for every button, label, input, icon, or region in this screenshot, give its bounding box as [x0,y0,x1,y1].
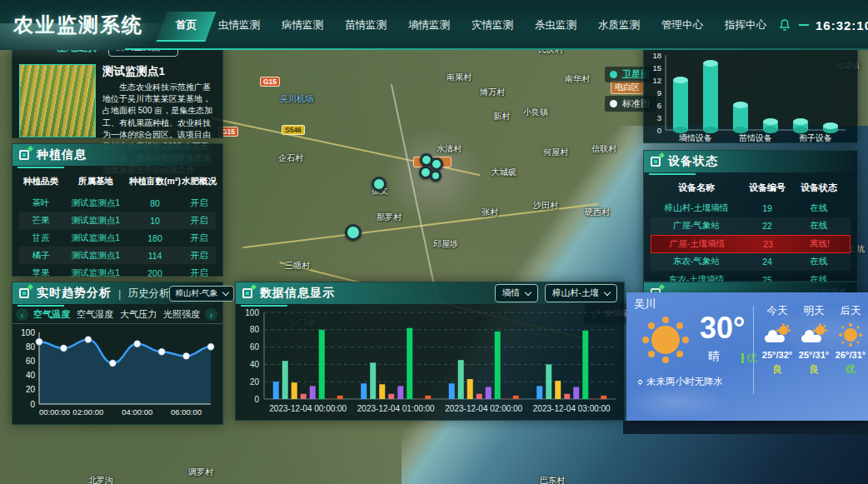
map-place-label: 张村 [481,207,498,218]
column-header: 水肥概况 [181,176,217,187]
nav-item-label: 虫情监测 [218,18,260,32]
cloud-part [765,335,785,342]
nav-menu: 首页虫情监测病情监测苗情监测墒情监测灾情监测杀虫监测水质监测管理中心指挥中心 [165,0,777,50]
nav-item-label: 指挥中心 [725,18,766,32]
nav-item-8[interactable]: 管理中心 [651,0,714,50]
nav-item-6[interactable]: 杀虫监测 [524,0,587,50]
trend-station-value: 樟山村-气象 [175,288,217,299]
table-cell: 测试监测点1 [62,197,129,209]
nav-item-7[interactable]: 水质监测 [587,0,651,50]
weather-card: 吴川 30° 晴 优 未来两小时无降水 今天25°/32°良明天25°/31°良… [626,292,868,421]
svg-text:2023-12-04 02:00:00: 2023-12-04 02:00:00 [445,404,522,413]
map-place-label: 信联村 [591,143,616,155]
nav-item-3[interactable]: 苗情监测 [334,0,397,50]
map-marker[interactable] [430,157,443,171]
table-cell: 在线 [792,202,846,214]
svg-text:04:00:00: 04:00:00 [122,407,152,417]
panel-title: 实时趋势分析 [37,286,112,301]
table-cell: 测试监测点1 [62,250,129,262]
table-cell: 广屋-气象站 [651,220,742,232]
map-marker[interactable] [372,177,387,192]
trend-station-select[interactable]: 樟山村-气象 [169,286,234,302]
forecast-day: 今天 [758,304,796,318]
aqi-label: 优 [746,351,757,366]
table-cell: 橘子 [19,250,62,262]
tab-2[interactable]: 大气压力 [118,308,158,321]
svg-text:60: 60 [26,357,36,366]
weather-aqi: 优 [741,351,757,366]
panel-corner-icon [651,157,661,167]
tab-0[interactable]: 空气温度 [32,308,72,321]
map-airport-label: 吴川机场 [280,93,313,105]
history-analysis-tab[interactable]: 历史分析 [127,287,169,301]
panel-device-status: 设备状态 设备名称设备编号设备状态樟山村-土壤墒情19在线广屋-气象站22在线广… [643,150,858,282]
map-place-label: 新村 [493,111,510,122]
map-place-label: 小良镇 [523,107,548,118]
table-cell: 甘蔗 [19,232,62,244]
data-station-value: 樟山村-土壤 [552,287,599,299]
chevron-down-icon [525,288,531,295]
forecast-col-1: 明天25°/31°良 [795,304,833,376]
nav-item-9[interactable]: 指挥中心 [714,0,777,50]
svg-text:3: 3 [657,113,661,122]
table-header-row: 设备名称设备编号设备状态 [651,176,851,199]
panel-corner-icon [242,288,252,298]
tab-1[interactable]: 空气湿度 [75,308,115,321]
table-cell: 180 [129,233,181,243]
nav-item-4[interactable]: 墒情监测 [397,0,461,50]
table-cell: 19 [742,203,792,213]
svg-text:0: 0 [30,400,35,409]
svg-text:06:00:00: 06:00:00 [171,407,202,417]
weather-condition: 晴 [708,349,720,364]
svg-text:40: 40 [250,360,260,369]
forecast-air-quality: 良 [795,363,833,376]
table-row: 苹果测试监测点1200开启 [19,264,216,282]
table-cell: 东农-气象站 [651,256,742,267]
forecast-day: 明天 [795,304,833,318]
svg-text:18: 18 [652,51,661,60]
panel-corner-icon [19,150,29,160]
data-type-select[interactable]: 墒情 [495,284,538,302]
table-cell: 苹果 [19,267,62,279]
table-cell: 樟山村-土壤墒情 [651,202,742,214]
collapse-icon[interactable] [799,24,809,26]
soil-bar-chart: 0204060801002023-12-04 00:00:002023-12-0… [236,304,621,419]
table-cell: 测试监测点1 [62,215,129,227]
map-marker[interactable] [345,224,362,241]
table-row: 东农-气象站24在线 [651,253,851,272]
chevron-down-icon [222,288,229,295]
nav-item-0[interactable]: 首页 [165,0,207,50]
table-row: 樟山村-土壤墒情19在线 [651,199,851,217]
nav-item-label: 苗情监测 [345,18,387,32]
nav-item-2[interactable]: 病情监测 [271,0,334,50]
panel-planting-info: 种植信息 种植品类所属基地种植亩数(m²)水肥概况茶叶测试监测点180开启芒果测… [12,143,223,277]
svg-text:孢子设备: 孢子设备 [799,133,832,142]
bell-icon[interactable] [777,17,792,32]
map-marker[interactable] [430,170,441,182]
weather-temperature: 30° [700,311,745,346]
data-station-select[interactable]: 樟山村-土壤 [545,284,617,302]
table-cell: 开启 [181,250,217,262]
table-row: 甘蔗测试监测点1180开启 [19,229,216,247]
tabs-next-arrow[interactable]: › [205,308,217,321]
map-place-label: 北罗沟 [88,475,113,484]
panel-title: 种植信息 [37,147,87,162]
svg-text:12: 12 [652,76,661,85]
site-photo [19,64,96,137]
nav-item-1[interactable]: 虫情监测 [207,0,271,50]
table-row: 芒果测试监测点110开启 [19,212,216,229]
column-header: 设备名称 [651,182,742,194]
svg-text:9: 9 [657,88,661,97]
svg-text:100: 100 [21,328,35,337]
nav-item-5[interactable]: 灾情监测 [461,0,524,50]
column-header: 设备编号 [742,182,792,194]
tab-3[interactable]: 光照强度 [162,308,202,321]
nav-item-label: 杀虫监测 [535,18,576,32]
weather-tip: 未来两小时无降水 [638,376,723,388]
nav-item-label: 水质监测 [598,18,640,32]
svg-text:墒情设备: 墒情设备 [678,133,712,142]
title-divider: | [118,287,121,300]
table-cell: 茶叶 [19,197,62,209]
dashboard: 农业监测系统 首页虫情监测病情监测苗情监测墒情监测灾情监测杀虫监测水质监测管理中… [0,0,868,484]
tabs-prev-arrow[interactable]: ‹ [16,308,28,321]
